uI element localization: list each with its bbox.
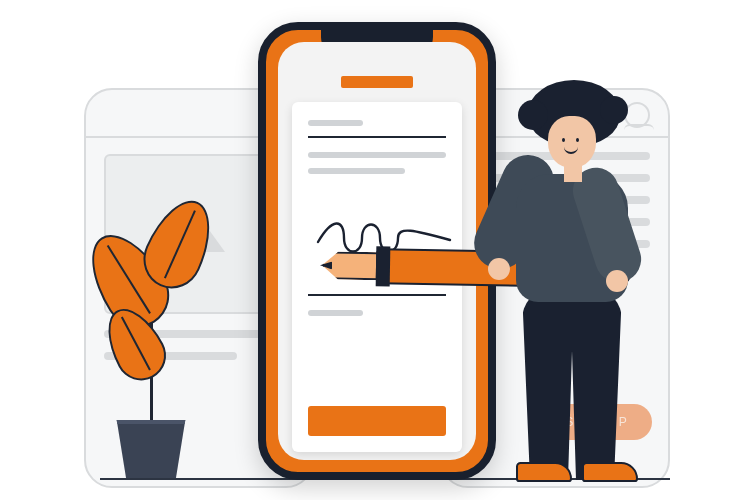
divider-line	[308, 294, 446, 296]
text-placeholder-line	[308, 310, 363, 316]
person-eye	[562, 138, 565, 142]
text-placeholder-line	[308, 168, 405, 174]
person-hand	[606, 270, 628, 292]
person-shoe	[582, 462, 638, 482]
person-signing	[486, 104, 664, 480]
text-placeholder-line	[308, 120, 363, 126]
accent-header-bar	[341, 76, 413, 88]
signup-illustration: SIGN UP	[0, 0, 750, 500]
person-eye	[576, 138, 579, 142]
person-head	[548, 116, 596, 168]
person-shoe	[516, 462, 572, 482]
divider-line	[308, 136, 446, 138]
person-hand	[488, 258, 510, 280]
pen-grip-band	[376, 246, 391, 286]
text-placeholder-line	[308, 152, 446, 158]
person-legs	[522, 290, 622, 480]
primary-action-bar	[308, 406, 446, 436]
